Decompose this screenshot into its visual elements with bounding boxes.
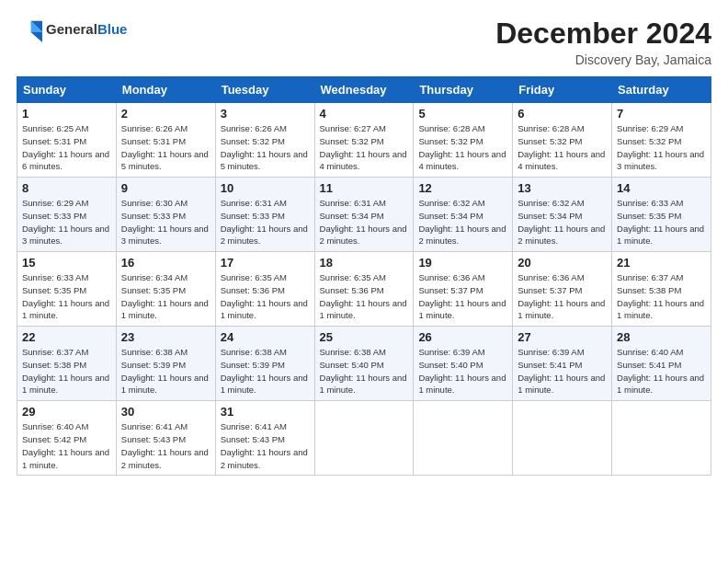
- day-info: Sunrise: 6:30 AMSunset: 5:33 PMDaylight:…: [121, 197, 210, 247]
- day-of-week-monday: Monday: [116, 77, 215, 103]
- day-number: 28: [617, 330, 706, 344]
- month-title: December 2024: [495, 17, 711, 51]
- day-number: 16: [121, 256, 210, 270]
- calendar-cell: 21Sunrise: 6:37 AMSunset: 5:38 PMDayligh…: [612, 252, 711, 327]
- calendar-cell: 19Sunrise: 6:36 AMSunset: 5:37 PMDayligh…: [414, 252, 513, 327]
- calendar-cell: 1Sunrise: 6:25 AMSunset: 5:31 PMDaylight…: [17, 103, 117, 178]
- calendar-cell: 29Sunrise: 6:40 AMSunset: 5:42 PMDayligh…: [17, 401, 117, 476]
- calendar-week-2: 8Sunrise: 6:29 AMSunset: 5:33 PMDaylight…: [17, 178, 711, 252]
- day-number: 13: [518, 181, 607, 195]
- calendar-cell: 8Sunrise: 6:29 AMSunset: 5:33 PMDaylight…: [17, 178, 117, 252]
- day-number: 26: [418, 330, 507, 344]
- calendar-week-5: 29Sunrise: 6:40 AMSunset: 5:42 PMDayligh…: [17, 401, 711, 476]
- day-info: Sunrise: 6:41 AMSunset: 5:43 PMDaylight:…: [221, 420, 310, 471]
- day-of-week-thursday: Thursday: [414, 77, 513, 103]
- day-number: 17: [221, 256, 310, 270]
- day-info: Sunrise: 6:31 AMSunset: 5:33 PMDaylight:…: [221, 197, 310, 247]
- calendar-table: SundayMondayTuesdayWednesdayThursdayFrid…: [17, 76, 711, 476]
- day-info: Sunrise: 6:26 AMSunset: 5:32 PMDaylight:…: [221, 122, 310, 173]
- calendar-cell: [314, 401, 414, 476]
- day-number: 14: [617, 181, 706, 195]
- day-info: Sunrise: 6:34 AMSunset: 5:35 PMDaylight:…: [121, 271, 210, 322]
- calendar-cell: 18Sunrise: 6:35 AMSunset: 5:36 PMDayligh…: [314, 252, 414, 327]
- day-info: Sunrise: 6:26 AMSunset: 5:31 PMDaylight:…: [121, 122, 210, 173]
- calendar-cell: 24Sunrise: 6:38 AMSunset: 5:39 PMDayligh…: [215, 327, 314, 401]
- day-info: Sunrise: 6:37 AMSunset: 5:38 PMDaylight:…: [617, 271, 706, 322]
- calendar-cell: 25Sunrise: 6:38 AMSunset: 5:40 PMDayligh…: [314, 327, 414, 401]
- calendar-cell: 23Sunrise: 6:38 AMSunset: 5:39 PMDayligh…: [116, 327, 215, 401]
- logo: GeneralBlue: [17, 17, 127, 42]
- day-number: 31: [221, 405, 310, 419]
- calendar-cell: 4Sunrise: 6:27 AMSunset: 5:32 PMDaylight…: [314, 103, 414, 178]
- day-number: 5: [418, 107, 507, 121]
- calendar-cell: [513, 401, 612, 476]
- day-number: 30: [121, 405, 210, 419]
- calendar-cell: 22Sunrise: 6:37 AMSunset: 5:38 PMDayligh…: [17, 327, 117, 401]
- page: GeneralBlue December 2024 Discovery Bay,…: [0, 0, 728, 563]
- day-number: 25: [320, 330, 409, 344]
- calendar-cell: [612, 401, 711, 476]
- calendar-cell: 10Sunrise: 6:31 AMSunset: 5:33 PMDayligh…: [215, 178, 314, 252]
- logo-icon: [17, 17, 42, 42]
- calendar-cell: 9Sunrise: 6:30 AMSunset: 5:33 PMDaylight…: [116, 178, 215, 252]
- day-info: Sunrise: 6:25 AMSunset: 5:31 PMDaylight:…: [22, 122, 111, 173]
- calendar-cell: 6Sunrise: 6:28 AMSunset: 5:32 PMDaylight…: [513, 103, 612, 178]
- day-of-week-friday: Friday: [513, 77, 612, 103]
- title-block: December 2024 Discovery Bay, Jamaica: [495, 17, 711, 67]
- calendar-cell: 15Sunrise: 6:33 AMSunset: 5:35 PMDayligh…: [17, 252, 117, 327]
- day-info: Sunrise: 6:41 AMSunset: 5:43 PMDaylight:…: [121, 420, 210, 471]
- day-info: Sunrise: 6:32 AMSunset: 5:34 PMDaylight:…: [518, 197, 607, 247]
- day-info: Sunrise: 6:31 AMSunset: 5:34 PMDaylight:…: [320, 197, 409, 247]
- calendar-cell: 16Sunrise: 6:34 AMSunset: 5:35 PMDayligh…: [116, 252, 215, 327]
- day-number: 19: [418, 256, 507, 270]
- day-info: Sunrise: 6:38 AMSunset: 5:39 PMDaylight:…: [221, 346, 310, 396]
- day-number: 2: [121, 107, 210, 121]
- day-info: Sunrise: 6:28 AMSunset: 5:32 PMDaylight:…: [418, 122, 507, 173]
- day-number: 9: [121, 181, 210, 195]
- day-info: Sunrise: 6:32 AMSunset: 5:34 PMDaylight:…: [418, 197, 507, 247]
- day-number: 6: [518, 107, 607, 121]
- svg-marker-2: [31, 32, 42, 42]
- day-number: 20: [518, 256, 607, 270]
- day-info: Sunrise: 6:28 AMSunset: 5:32 PMDaylight:…: [518, 122, 607, 173]
- calendar-cell: 28Sunrise: 6:40 AMSunset: 5:41 PMDayligh…: [612, 327, 711, 401]
- header: GeneralBlue December 2024 Discovery Bay,…: [17, 17, 711, 67]
- calendar-cell: 2Sunrise: 6:26 AMSunset: 5:31 PMDaylight…: [116, 103, 215, 178]
- calendar-cell: 31Sunrise: 6:41 AMSunset: 5:43 PMDayligh…: [215, 401, 314, 476]
- day-of-week-wednesday: Wednesday: [314, 77, 414, 103]
- day-info: Sunrise: 6:38 AMSunset: 5:39 PMDaylight:…: [121, 346, 210, 396]
- day-info: Sunrise: 6:38 AMSunset: 5:40 PMDaylight:…: [320, 346, 409, 396]
- day-number: 18: [320, 256, 409, 270]
- day-number: 23: [121, 330, 210, 344]
- logo-text: GeneralBlue: [46, 22, 127, 38]
- day-number: 11: [320, 181, 409, 195]
- day-info: Sunrise: 6:37 AMSunset: 5:38 PMDaylight:…: [22, 346, 111, 396]
- calendar-week-4: 22Sunrise: 6:37 AMSunset: 5:38 PMDayligh…: [17, 327, 711, 401]
- calendar-cell: 14Sunrise: 6:33 AMSunset: 5:35 PMDayligh…: [612, 178, 711, 252]
- day-number: 21: [617, 256, 706, 270]
- day-number: 24: [221, 330, 310, 344]
- day-info: Sunrise: 6:27 AMSunset: 5:32 PMDaylight:…: [320, 122, 409, 173]
- location: Discovery Bay, Jamaica: [495, 52, 711, 67]
- day-of-week-sunday: Sunday: [17, 77, 117, 103]
- calendar-cell: 3Sunrise: 6:26 AMSunset: 5:32 PMDaylight…: [215, 103, 314, 178]
- day-info: Sunrise: 6:39 AMSunset: 5:40 PMDaylight:…: [418, 346, 507, 396]
- calendar-cell: 26Sunrise: 6:39 AMSunset: 5:40 PMDayligh…: [414, 327, 513, 401]
- day-info: Sunrise: 6:35 AMSunset: 5:36 PMDaylight:…: [320, 271, 409, 322]
- calendar-week-1: 1Sunrise: 6:25 AMSunset: 5:31 PMDaylight…: [17, 103, 711, 178]
- day-info: Sunrise: 6:40 AMSunset: 5:42 PMDaylight:…: [22, 420, 111, 471]
- day-info: Sunrise: 6:39 AMSunset: 5:41 PMDaylight:…: [518, 346, 607, 396]
- day-info: Sunrise: 6:40 AMSunset: 5:41 PMDaylight:…: [617, 346, 706, 396]
- day-number: 3: [221, 107, 310, 121]
- calendar-cell: 11Sunrise: 6:31 AMSunset: 5:34 PMDayligh…: [314, 178, 414, 252]
- day-number: 12: [418, 181, 507, 195]
- day-number: 15: [22, 256, 111, 270]
- day-number: 7: [617, 107, 706, 121]
- calendar-cell: 27Sunrise: 6:39 AMSunset: 5:41 PMDayligh…: [513, 327, 612, 401]
- calendar-body: 1Sunrise: 6:25 AMSunset: 5:31 PMDaylight…: [17, 103, 711, 476]
- calendar-cell: 30Sunrise: 6:41 AMSunset: 5:43 PMDayligh…: [116, 401, 215, 476]
- day-number: 4: [320, 107, 409, 121]
- day-info: Sunrise: 6:33 AMSunset: 5:35 PMDaylight:…: [617, 197, 706, 247]
- day-info: Sunrise: 6:36 AMSunset: 5:37 PMDaylight:…: [518, 271, 607, 322]
- day-number: 10: [221, 181, 310, 195]
